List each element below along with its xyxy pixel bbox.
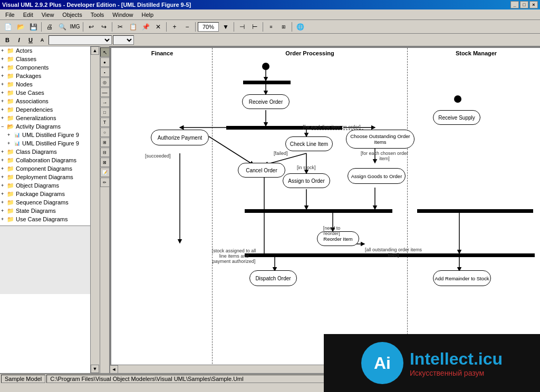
uml1-toggle[interactable]: + <box>7 132 13 138</box>
swim-tool[interactable]: ⊠ <box>100 158 110 167</box>
classes-toggle[interactable]: + <box>1 56 6 62</box>
size-select[interactable] <box>113 35 134 45</box>
menu-window[interactable]: Window <box>109 11 136 18</box>
redo-btn[interactable]: ↪ <box>98 21 110 33</box>
uml2-toggle[interactable]: + <box>7 141 13 146</box>
sidebar-item-usecases[interactable]: + 📁 Use Cases <box>0 89 90 97</box>
ring-tool[interactable]: ◎ <box>100 77 110 87</box>
deploy-toggle[interactable]: + <box>1 174 6 180</box>
open-btn[interactable]: 📂 <box>15 21 26 33</box>
sidebar-item-associations[interactable]: + 📁 Associations <box>0 97 90 105</box>
dependencies-toggle[interactable]: + <box>1 107 6 112</box>
minus-btn[interactable]: − <box>181 21 193 33</box>
save-btn[interactable]: 💾 <box>27 21 39 33</box>
actors-toggle[interactable]: + <box>1 48 6 53</box>
zoom-dropdown[interactable]: ▼ <box>220 21 232 33</box>
rect-tool[interactable]: □ <box>100 107 110 117</box>
sidebar-item-components[interactable]: + 📁 Components <box>0 63 90 72</box>
plus-btn[interactable]: + <box>169 21 180 33</box>
sidebar-item-collaboration[interactable]: + 📁 Collaboration Diagrams <box>0 156 90 164</box>
nodes-toggle[interactable]: + <box>1 82 6 87</box>
nav-fwd-btn[interactable]: ⊢ <box>249 21 261 33</box>
dot-tool[interactable]: • <box>100 67 110 77</box>
grid-tool[interactable]: ⊟ <box>100 148 110 157</box>
sidebar-item-sequence[interactable]: + 📁 Sequence Diagrams <box>0 198 90 207</box>
state-cancel[interactable]: Cancel Order <box>238 163 285 178</box>
pencil-tool[interactable]: ✏ <box>100 178 110 187</box>
delete-btn[interactable]: ✕ <box>152 21 164 33</box>
line-tool[interactable]: — <box>100 87 110 97</box>
cut-btn[interactable]: ✂ <box>114 21 126 33</box>
maximize-btn[interactable]: □ <box>520 1 528 8</box>
zoom-input[interactable]: 70% <box>198 22 219 32</box>
new-btn[interactable]: 📄 <box>2 21 14 33</box>
img-btn[interactable]: IMG <box>69 21 81 33</box>
activity-toggle[interactable]: − <box>1 124 6 129</box>
arrow-tool[interactable]: → <box>100 97 110 107</box>
preview-btn[interactable]: 🔍 <box>56 21 68 33</box>
state-check-line[interactable]: Check Line Item <box>285 136 333 151</box>
text-tool[interactable]: T <box>100 117 110 127</box>
menu-view[interactable]: View <box>38 11 57 18</box>
arrange-btn[interactable]: ⊞ <box>278 21 290 33</box>
sidebar-item-class-diagrams[interactable]: + 📁 Class Diagrams <box>0 148 90 156</box>
packages-toggle[interactable]: + <box>1 73 6 79</box>
state-assign-goods[interactable]: Assign Goods to Order <box>348 168 406 184</box>
comp-diag-toggle[interactable]: + <box>1 166 6 171</box>
hscroll-left[interactable]: ◄ <box>110 365 118 373</box>
sidebar-item-package-diag[interactable]: + 📁 Package Diagrams <box>0 190 90 198</box>
state-choose[interactable]: Choose Outstanding Order Items <box>346 130 414 149</box>
sidebar-item-component-diag[interactable]: + 📁 Component Diagrams <box>0 164 90 173</box>
copy-btn[interactable]: 📋 <box>127 21 139 33</box>
components-toggle[interactable]: + <box>1 65 6 70</box>
bold-btn[interactable]: B <box>2 35 13 45</box>
select-tool[interactable]: ↖ <box>100 47 110 57</box>
font-select[interactable] <box>49 35 112 45</box>
sidebar-item-packages[interactable]: + 📁 Packages <box>0 72 90 80</box>
usecases-toggle[interactable]: + <box>1 90 6 95</box>
object-toggle[interactable]: + <box>1 183 6 188</box>
seq-toggle[interactable]: + <box>1 200 6 205</box>
circle-tool[interactable]: ● <box>100 57 110 67</box>
note-tool[interactable]: 📝 <box>100 168 110 177</box>
scroll-down-btn[interactable]: ▼ <box>91 365 99 373</box>
sidebar-item-dependencies[interactable]: + 📁 Dependencies <box>0 105 90 114</box>
scroll-up-btn[interactable]: ▲ <box>91 46 99 55</box>
sidebar-item-generalizations[interactable]: + 📁 Generalizations <box>0 114 90 122</box>
underline-btn[interactable]: U <box>25 35 36 45</box>
paste-btn[interactable]: 📌 <box>140 21 151 33</box>
title-controls[interactable]: _ □ × <box>510 1 538 8</box>
sidebar-item-classes[interactable]: + 📁 Classes <box>0 55 90 63</box>
class-diag-toggle[interactable]: + <box>1 149 6 154</box>
state-assign-order[interactable]: Assign to Order <box>283 173 330 188</box>
menu-help[interactable]: Help <box>138 11 157 18</box>
close-btn[interactable]: × <box>529 1 538 8</box>
sidebar-item-object[interactable]: + 📁 Object Diagrams <box>0 181 90 190</box>
state-receive-supply[interactable]: Receive Supply <box>433 110 480 125</box>
globe-btn[interactable]: 🌐 <box>294 21 306 33</box>
sidebar-item-state[interactable]: + 📁 State Diagrams <box>0 207 90 215</box>
state-receive-order[interactable]: Receive Order <box>242 94 290 109</box>
italic-btn[interactable]: I <box>14 35 24 45</box>
pkg-diag-toggle[interactable]: + <box>1 191 6 197</box>
fork-tool[interactable]: ⊞ <box>100 138 110 147</box>
state-toggle[interactable]: + <box>1 208 6 213</box>
ellipse-tool[interactable]: ○ <box>100 128 110 137</box>
nav-back-btn[interactable]: ⊣ <box>236 21 248 33</box>
generalizations-toggle[interactable]: + <box>1 115 6 121</box>
state-add-remainder[interactable]: Add Remainder to Stock <box>433 270 491 286</box>
sidebar-item-actors[interactable]: + 📁 Actors <box>0 46 90 55</box>
menu-file[interactable]: File <box>2 11 18 18</box>
menu-edit[interactable]: Edit <box>20 11 36 18</box>
minimize-btn[interactable]: _ <box>510 1 519 8</box>
sidebar-item-usecase-diag[interactable]: + 📁 Use Case Diagrams <box>0 215 90 223</box>
menu-objects[interactable]: Objects <box>59 11 85 18</box>
canvas-container[interactable]: Finance Order Processing Stock Manager <box>110 46 540 373</box>
sidebar-item-nodes[interactable]: + 📁 Nodes <box>0 80 90 89</box>
sidebar-item-deployment[interactable]: + 📁 Deployment Diagrams <box>0 173 90 181</box>
color-btn[interactable]: A <box>37 35 47 45</box>
state-dispatch[interactable]: Dispatch Order <box>249 270 297 286</box>
state-authorize[interactable]: Authorize Payment <box>151 130 209 145</box>
menu-tools[interactable]: Tools <box>88 11 108 18</box>
print-btn[interactable]: 🖨 <box>44 21 55 33</box>
